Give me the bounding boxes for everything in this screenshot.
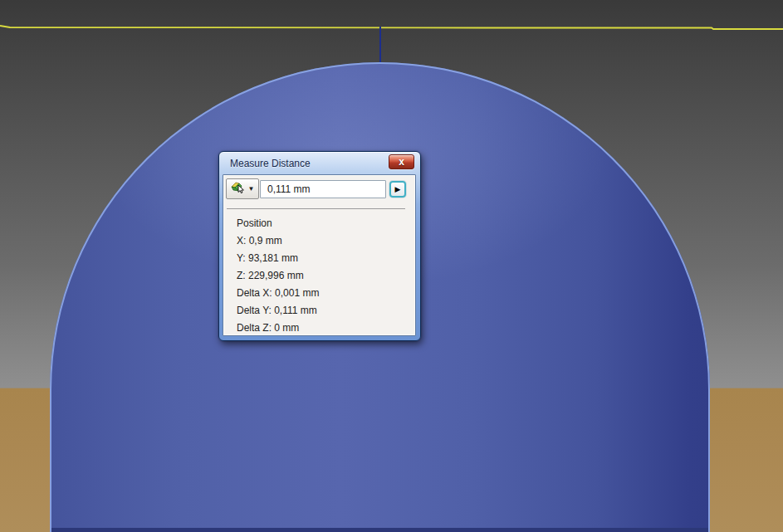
close-button[interactable]: x (389, 154, 414, 169)
close-icon: x (399, 156, 404, 168)
result-x: X: 0,9 mm (237, 232, 319, 250)
dialog-body: ▼ ▶ Position X: 0,9 mm Y: 93,181 mm Z: 2… (223, 174, 416, 336)
measurement-value-field[interactable] (260, 180, 386, 198)
expand-arrow-button[interactable]: ▶ (389, 181, 406, 198)
results-section-label: Position (237, 215, 319, 232)
dialog-title: Measure Distance (230, 158, 311, 169)
chevron-down-icon: ▼ (248, 186, 255, 193)
result-delta-z: Delta Z: 0 mm (237, 320, 319, 337)
measure-distance-dialog: Measure Distance x ▼ ▶ Position X: 0,9 m… (218, 151, 421, 341)
result-z: Z: 229,996 mm (237, 267, 319, 285)
sketch-line-horizontal (0, 26, 783, 29)
result-delta-y: Delta Y: 0,111 mm (237, 302, 319, 320)
arrow-right-icon: ▶ (395, 185, 401, 193)
result-delta-x: Delta X: 0,001 mm (237, 285, 319, 302)
separator-line (227, 208, 405, 209)
selection-mode-split-button[interactable]: ▼ (226, 178, 259, 199)
measurement-results: Position X: 0,9 mm Y: 93,181 mm Z: 229,9… (237, 215, 319, 337)
dialog-titlebar[interactable]: Measure Distance x (219, 152, 420, 174)
result-y: Y: 93,181 mm (237, 250, 319, 267)
part-bottom-edge (51, 528, 708, 532)
measure-select-icon (231, 181, 246, 197)
